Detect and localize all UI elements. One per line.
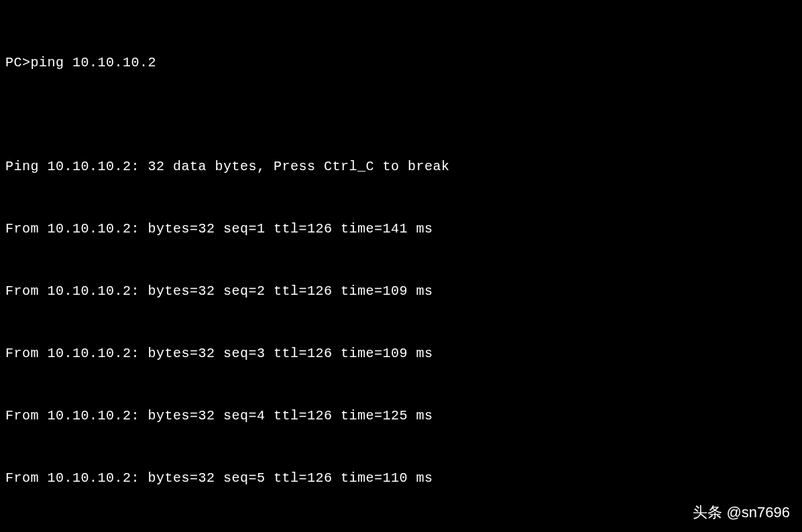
ping-reply: From 10.10.10.2: bytes=32 seq=5 ttl=126 … xyxy=(5,468,797,488)
command-line: PC>ping 10.10.10.2 xyxy=(5,52,797,73)
ping-reply: From 10.10.10.2: bytes=32 seq=4 ttl=126 … xyxy=(5,405,797,426)
ping-reply: From 10.10.10.2: bytes=32 seq=1 ttl=126 … xyxy=(5,218,797,239)
ping-reply: From 10.10.10.2: bytes=32 seq=3 ttl=126 … xyxy=(5,343,797,364)
ping-header: Ping 10.10.10.2: 32 data bytes, Press Ct… xyxy=(5,156,797,177)
terminal-output[interactable]: PC>ping 10.10.10.2 Ping 10.10.10.2: 32 d… xyxy=(5,11,797,532)
ping-reply: From 10.10.10.2: bytes=32 seq=2 ttl=126 … xyxy=(5,281,797,302)
watermark-label: 头条 @sn7696 xyxy=(693,501,790,524)
